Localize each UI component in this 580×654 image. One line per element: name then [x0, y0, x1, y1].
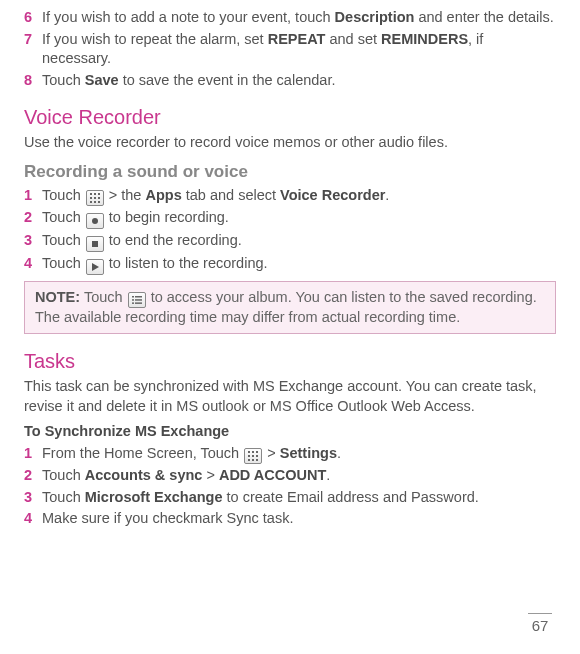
- bold-text: Save: [85, 72, 119, 88]
- sync-steps: 1From the Home Screen, Touch > Settings.…: [24, 444, 556, 529]
- step-number: 3: [24, 231, 42, 252]
- svg-rect-21: [248, 455, 250, 457]
- list-item: 1Touch > the Apps tab and select Voice R…: [24, 186, 556, 206]
- note-box: NOTE: Touch to access your album. You ca…: [24, 281, 556, 335]
- svg-point-9: [92, 218, 98, 224]
- svg-rect-6: [90, 201, 92, 203]
- note-label: NOTE:: [35, 289, 80, 305]
- note-text: Touch to access your album. You can list…: [35, 289, 537, 325]
- event-steps-continued: 6If you wish to add a note to your event…: [24, 8, 556, 90]
- tasks-heading: Tasks: [24, 348, 556, 375]
- list-item: 2Touch to begin recording.: [24, 208, 556, 229]
- svg-rect-15: [135, 299, 142, 301]
- voice-recorder-intro: Use the voice recorder to record voice m…: [24, 133, 556, 153]
- svg-rect-4: [94, 197, 96, 199]
- step-text: If you wish to repeat the alarm, set REP…: [42, 30, 556, 69]
- play-icon: [86, 259, 104, 275]
- step-number: 1: [24, 444, 42, 464]
- bold-text: Accounts & sync: [85, 467, 203, 483]
- step-text: Touch to end the recording.: [42, 231, 556, 252]
- svg-rect-26: [256, 459, 258, 461]
- svg-rect-24: [248, 459, 250, 461]
- step-text: Touch to listen to the recording.: [42, 254, 556, 275]
- list-item: 2Touch Accounts & sync > ADD ACCOUNT.: [24, 466, 556, 486]
- bold-text: REPEAT: [268, 31, 326, 47]
- svg-rect-3: [90, 197, 92, 199]
- svg-rect-16: [132, 302, 134, 304]
- step-number: 4: [24, 254, 42, 275]
- bold-text: Microsoft Exchange: [85, 489, 223, 505]
- svg-rect-1: [94, 193, 96, 195]
- svg-rect-7: [94, 201, 96, 203]
- svg-rect-23: [256, 455, 258, 457]
- stop-icon: [86, 236, 104, 252]
- step-text: Touch Save to save the event in the cale…: [42, 71, 556, 91]
- bold-text: Settings: [280, 445, 337, 461]
- list-item: 4Touch to listen to the recording.: [24, 254, 556, 275]
- step-number: 2: [24, 466, 42, 486]
- step-number: 3: [24, 488, 42, 508]
- svg-rect-20: [256, 451, 258, 453]
- svg-rect-18: [248, 451, 250, 453]
- recording-subheading: Recording a sound or voice: [24, 161, 556, 184]
- bold-text: Voice Recorder: [280, 187, 385, 203]
- page-number: 67: [528, 613, 552, 636]
- step-text: Touch to begin recording.: [42, 208, 556, 229]
- svg-marker-11: [92, 263, 99, 271]
- svg-rect-0: [90, 193, 92, 195]
- bold-text: REMINDERS: [381, 31, 468, 47]
- list-item: 4Make sure if you checkmark Sync task.: [24, 509, 556, 529]
- svg-rect-13: [135, 296, 142, 298]
- svg-rect-5: [98, 197, 100, 199]
- svg-rect-2: [98, 193, 100, 195]
- step-number: 2: [24, 208, 42, 229]
- bold-text: Apps: [145, 187, 181, 203]
- voice-recorder-heading: Voice Recorder: [24, 104, 556, 131]
- step-text: Touch > the Apps tab and select Voice Re…: [42, 186, 556, 206]
- bold-text: Description: [335, 9, 415, 25]
- apps-grid-icon: [86, 190, 104, 206]
- step-text: If you wish to add a note to your event,…: [42, 8, 556, 28]
- step-text: Make sure if you checkmark Sync task.: [42, 509, 556, 529]
- step-text: Touch Accounts & sync > ADD ACCOUNT.: [42, 466, 556, 486]
- svg-rect-25: [252, 459, 254, 461]
- sync-title: To Synchronize MS Exchange: [24, 422, 556, 442]
- step-text: Touch Microsoft Exchange to create Email…: [42, 488, 556, 508]
- svg-rect-17: [135, 302, 142, 304]
- svg-rect-19: [252, 451, 254, 453]
- svg-rect-10: [92, 241, 98, 247]
- list-item: 8Touch Save to save the event in the cal…: [24, 71, 556, 91]
- list-item: 6If you wish to add a note to your event…: [24, 8, 556, 28]
- step-number: 1: [24, 186, 42, 206]
- list-item: 3Touch Microsoft Exchange to create Emai…: [24, 488, 556, 508]
- step-number: 6: [24, 8, 42, 28]
- list-item: 7If you wish to repeat the alarm, set RE…: [24, 30, 556, 69]
- step-number: 8: [24, 71, 42, 91]
- bold-text: ADD ACCOUNT: [219, 467, 326, 483]
- svg-rect-14: [132, 299, 134, 301]
- tasks-intro: This task can be synchronized with MS Ex…: [24, 377, 556, 416]
- apps-grid-icon: [244, 448, 262, 464]
- list-item: 1From the Home Screen, Touch > Settings.: [24, 444, 556, 464]
- svg-rect-12: [132, 296, 134, 298]
- step-number: 7: [24, 30, 42, 69]
- svg-rect-8: [98, 201, 100, 203]
- step-text: From the Home Screen, Touch > Settings.: [42, 444, 556, 464]
- record-icon: [86, 213, 104, 229]
- album-list-icon: [128, 292, 146, 308]
- svg-rect-22: [252, 455, 254, 457]
- step-number: 4: [24, 509, 42, 529]
- list-item: 3Touch to end the recording.: [24, 231, 556, 252]
- voice-steps: 1Touch > the Apps tab and select Voice R…: [24, 186, 556, 275]
